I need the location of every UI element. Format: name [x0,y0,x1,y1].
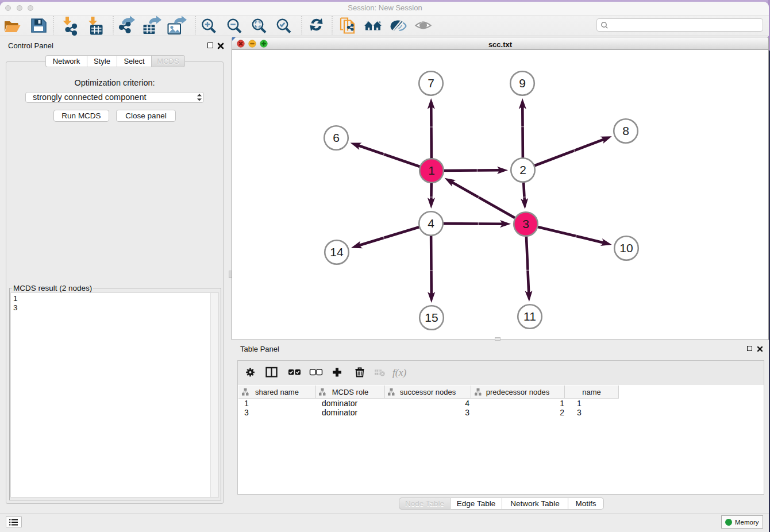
svg-text:4: 4 [428,217,434,230]
svg-text:14: 14 [330,245,344,259]
svg-text:6: 6 [333,131,340,144]
svg-text:2: 2 [519,163,526,176]
svg-text:15: 15 [425,311,438,324]
svg-text:11: 11 [523,310,536,323]
svg-text:7: 7 [428,76,434,90]
svg-text:1: 1 [428,164,435,177]
svg-text:f(x): f(x) [392,367,406,378]
svg-text:10: 10 [619,241,633,255]
svg-text:3: 3 [522,217,529,230]
svg-text:9: 9 [519,76,526,90]
svg-text:8: 8 [622,124,629,137]
